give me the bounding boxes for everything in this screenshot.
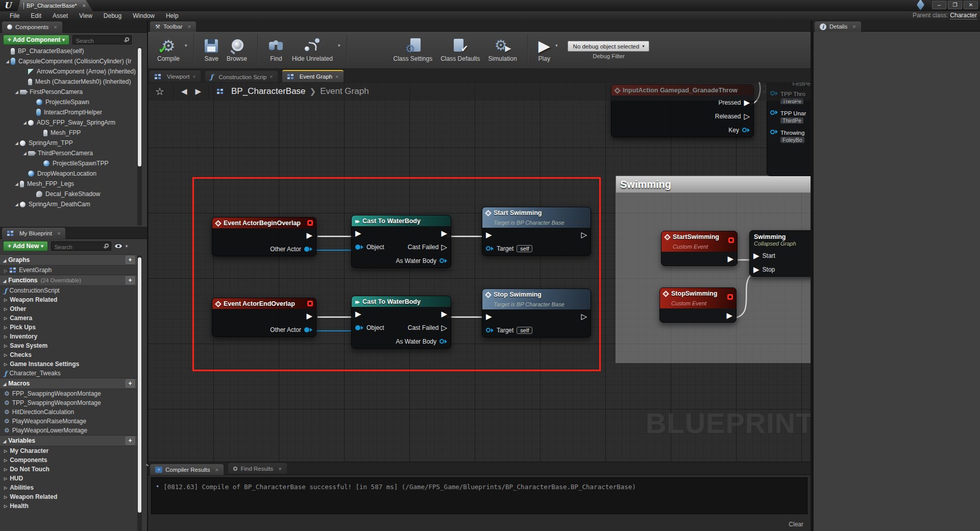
- exec-out-pin[interactable]: [581, 312, 587, 321]
- section-graphs[interactable]: Graphs +: [0, 254, 137, 266]
- macro-item[interactable]: HitDirectionCalculation: [0, 407, 137, 417]
- tab-construction-script[interactable]: Construction Scrip ×: [205, 71, 278, 83]
- other-actor-pin[interactable]: [304, 247, 312, 252]
- function-item[interactable]: Pick Ups: [0, 323, 137, 332]
- play-options-caret-icon[interactable]: ▾: [555, 43, 558, 48]
- simulation-button[interactable]: Simulation: [484, 36, 521, 64]
- event-graph-canvas[interactable]: ☆ ◀ ▶ BP_CharacterBase ❯ Event Graph Zoo…: [148, 82, 811, 462]
- expand-caret-icon[interactable]: [21, 151, 28, 156]
- function-item[interactable]: Save System: [0, 341, 137, 350]
- add-macro-button[interactable]: +: [126, 379, 135, 388]
- clear-log-button[interactable]: Clear: [789, 521, 803, 528]
- variable-category[interactable]: Health: [0, 501, 137, 511]
- expand-caret-icon[interactable]: [21, 120, 28, 125]
- minimize-button[interactable]: –: [932, 1, 946, 9]
- component-tree-item[interactable]: Decal_FakeShadow: [0, 189, 137, 199]
- exec-in-pin[interactable]: [486, 312, 492, 321]
- component-tree-item[interactable]: ArrowComponent (Arrow) (Inherited): [0, 66, 137, 77]
- node-event-actorendoverlap[interactable]: Event ActorEndOverlap Other Actor: [212, 298, 316, 337]
- menu-item[interactable]: Window: [127, 12, 160, 19]
- expand-caret-icon[interactable]: [4, 59, 11, 64]
- menu-item[interactable]: Help: [160, 12, 184, 19]
- favorite-star-icon[interactable]: ☆: [155, 85, 164, 98]
- cast-failed-pin[interactable]: Cast Failed: [408, 243, 447, 251]
- compile-button[interactable]: ⚙✔ Compile: [153, 36, 184, 64]
- add-function-button[interactable]: +: [126, 276, 135, 284]
- function-item[interactable]: Inventory: [0, 332, 137, 341]
- node-startswimming-custom-event[interactable]: StartSwimming Custom Event: [661, 231, 738, 266]
- as-water-body-pin[interactable]: [439, 258, 447, 263]
- data-pin[interactable]: [770, 130, 778, 134]
- function-item[interactable]: ConstructionScript: [0, 286, 137, 295]
- tab-viewport[interactable]: Viewport ×: [150, 70, 201, 83]
- menu-item[interactable]: View: [74, 12, 98, 19]
- other-actor-pin[interactable]: [304, 327, 312, 332]
- tab-find-results[interactable]: Find Results ×: [228, 463, 286, 474]
- component-tree-item[interactable]: SpringArm_DeathCam: [0, 199, 137, 209]
- variable-category[interactable]: Abilities: [0, 483, 137, 492]
- exec-out-pin[interactable]: [441, 229, 447, 237]
- function-item[interactable]: Character_Tweaks: [0, 369, 137, 378]
- exec-in-pin[interactable]: [355, 229, 361, 237]
- component-tree-item[interactable]: DropWeaponLocation: [0, 168, 137, 179]
- component-tree-item[interactable]: BP_CharacterBase(self): [0, 46, 137, 56]
- object-pin[interactable]: Object: [355, 324, 384, 331]
- exec-out-pin[interactable]: [581, 231, 587, 239]
- node-swimming-collapsed-graph[interactable]: Swimming Collapsed Graph Start Stop: [749, 230, 811, 277]
- node-cast-to-waterbody-2[interactable]: Cast To WaterBody Object Cast Failed As …: [351, 296, 451, 349]
- component-tree-item[interactable]: FirstPersonCamera: [0, 87, 137, 97]
- tutorial-cap-icon[interactable]: [917, 0, 924, 10]
- tab-toolbar[interactable]: ⚒ Toolbar ×: [150, 21, 196, 32]
- components-search-input[interactable]: [73, 37, 131, 45]
- close-doc-tab-icon[interactable]: ×: [83, 3, 86, 9]
- close-icon[interactable]: ×: [270, 74, 273, 80]
- nav-back-icon[interactable]: ◀: [177, 87, 191, 96]
- variable-category[interactable]: My Character: [0, 446, 137, 455]
- play-button[interactable]: ▶ Play: [534, 36, 554, 64]
- node-event-actorbeginoverlap[interactable]: Event ActorBeginOverlap Other Actor: [212, 217, 316, 256]
- save-button[interactable]: Save: [201, 36, 223, 64]
- close-icon[interactable]: ×: [193, 74, 196, 80]
- debug-object-dropdown[interactable]: No debug object selected▾: [568, 41, 649, 52]
- nav-forward-icon[interactable]: ▶: [191, 87, 205, 96]
- function-item[interactable]: Checks: [0, 350, 137, 359]
- function-item[interactable]: Camera: [0, 313, 137, 323]
- component-tree-item[interactable]: Mesh_FPP_Legs: [0, 179, 137, 189]
- close-icon[interactable]: ×: [278, 466, 281, 472]
- menu-item[interactable]: Asset: [47, 12, 74, 19]
- exec-out-pin[interactable]: [441, 310, 447, 318]
- released-pin[interactable]: [744, 112, 750, 120]
- find-button[interactable]: Find: [264, 36, 288, 64]
- expand-caret-icon[interactable]: [13, 182, 20, 186]
- macro-item[interactable]: FPP_SwappingWeaponMontage: [0, 389, 137, 398]
- variable-category[interactable]: Do Not Touch: [0, 465, 137, 474]
- close-button[interactable]: ✕: [964, 1, 978, 9]
- visibility-eye-icon[interactable]: [114, 244, 122, 249]
- node-stop-swimming[interactable]: Stop Swimming Target is BP Character Bas…: [482, 288, 591, 337]
- hide-unrelated-caret-icon[interactable]: ▾: [338, 43, 340, 48]
- macro-item[interactable]: PlayWeaponRaiseMontage: [0, 417, 137, 426]
- component-tree-item[interactable]: InteractPromptHelper: [0, 107, 137, 117]
- menu-item[interactable]: File: [4, 12, 25, 19]
- menu-item[interactable]: Edit: [25, 12, 47, 19]
- chevron-down-icon[interactable]: ▾: [126, 244, 128, 249]
- expand-caret-icon[interactable]: [13, 141, 20, 146]
- compiler-log[interactable]: • [0812.63] Compile of BP_CharacterBase …: [151, 477, 807, 514]
- exec-out-pin[interactable]: [727, 255, 733, 263]
- variable-category[interactable]: Components: [0, 455, 137, 465]
- macro-item[interactable]: PlayWeaponLowerMontage: [0, 426, 137, 435]
- section-variables[interactable]: Variables +: [0, 435, 137, 446]
- edge-pin-row[interactable]: Throwing FoleyBo: [767, 127, 811, 146]
- add-graph-button[interactable]: +: [126, 256, 135, 264]
- comment-header[interactable]: Swimming: [616, 176, 811, 193]
- start-pin[interactable]: [753, 252, 760, 260]
- close-icon[interactable]: ×: [335, 74, 338, 80]
- expand-caret-icon[interactable]: [13, 202, 20, 207]
- component-tree-item[interactable]: Mesh_FPP: [0, 128, 137, 138]
- node-stopswimming-custom-event[interactable]: StopSwimming Custom Event: [659, 287, 737, 323]
- stop-pin[interactable]: [753, 266, 760, 274]
- target-pin[interactable]: [486, 328, 494, 332]
- edge-pin-row[interactable]: TPP Unar ThirdPe: [767, 107, 811, 127]
- section-functions[interactable]: Functions (24 Overridable) +: [0, 275, 137, 286]
- as-water-body-pin[interactable]: [439, 339, 447, 344]
